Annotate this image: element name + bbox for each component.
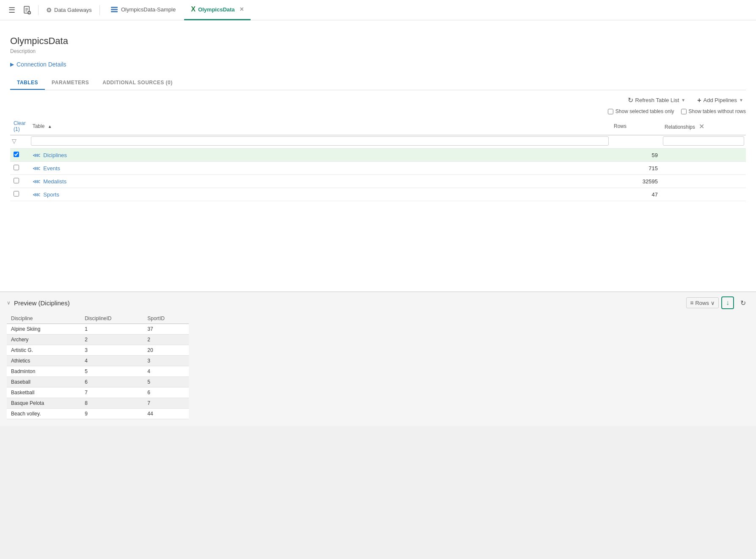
main-content: OlympicsData Description ▶ Connection De…	[0, 20, 756, 291]
row-rows-cell: 59	[610, 149, 661, 162]
separator	[38, 5, 39, 15]
preview-title-group: ∨ Preview (Diciplines)	[7, 299, 70, 307]
db-icon: ⋘	[33, 191, 40, 198]
row-checkbox-3[interactable]	[14, 191, 19, 196]
data-gateways-label: Data Gateways	[54, 7, 92, 13]
preview-col-sportid: SportID	[143, 313, 189, 324]
row-table-name-cell: ⋘ Diciplines	[29, 149, 610, 162]
preview-cell-0-2: 37	[143, 324, 189, 335]
tab-tables[interactable]: TABLES	[10, 76, 45, 90]
refresh-caret-icon: ▼	[681, 98, 685, 102]
topbar: ☰ ⚙ Data Gateways OlympicsData-Sample X …	[0, 0, 756, 20]
preview-row: Artistic G.320	[7, 345, 189, 356]
preview-col-discipline: Discipline	[7, 313, 80, 324]
refresh-icon: ↻	[628, 96, 633, 104]
row-relationships-cell	[661, 188, 746, 201]
tab-additional-sources[interactable]: ADDITIONAL SOURCES (0)	[96, 76, 179, 90]
preview-collapse-icon[interactable]: ∨	[7, 300, 11, 306]
refresh-table-list-label: Refresh Table List	[635, 97, 679, 103]
preview-cell-4-0: Badminton	[7, 366, 80, 377]
row-relationships-cell	[661, 149, 746, 162]
table-row: ⋘ Sports 47	[10, 188, 746, 201]
preview-cell-6-2: 6	[143, 387, 189, 398]
preview-header: ∨ Preview (Diciplines) ≡ Rows ∨ ↓ ↻	[0, 292, 756, 313]
clear-filter-button[interactable]: ✕	[696, 122, 707, 131]
preview-cell-8-0: Beach volley.	[7, 409, 80, 419]
download-button[interactable]: ↓	[721, 296, 734, 309]
filter-row: ▽	[10, 135, 746, 149]
preview-cell-1-2: 2	[143, 335, 189, 345]
new-document-icon[interactable]	[20, 3, 34, 17]
menu-icon[interactable]: ☰	[5, 3, 19, 17]
clear-selection-button[interactable]: Clear (1)	[14, 120, 26, 132]
table-name-link-2[interactable]: Medalists	[43, 178, 66, 185]
tab-olympics-sample[interactable]: OlympicsData-Sample	[104, 0, 182, 20]
filter-rel-cell	[661, 135, 746, 149]
db-icon: ⋘	[33, 152, 40, 158]
separator2	[99, 5, 100, 15]
rows-caret-icon: ∨	[711, 300, 715, 306]
tab-sample-label: OlympicsData-Sample	[121, 6, 176, 13]
preview-table-wrap: Discipline DisciplineID SportID Alpine S…	[0, 313, 756, 426]
filter-relationships-input[interactable]	[663, 136, 744, 146]
tab-parameters[interactable]: PARAMETERS	[45, 76, 96, 90]
preview-cell-3-1: 4	[80, 356, 143, 366]
connection-details-arrow: ▶	[10, 61, 14, 67]
row-checkbox-0[interactable]	[14, 152, 19, 157]
preview-cell-4-1: 5	[80, 366, 143, 377]
preview-row: Basketball76	[7, 387, 189, 398]
preview-cell-7-0: Basque Pelota	[7, 398, 80, 409]
excel-icon: X	[191, 6, 196, 13]
row-rows-cell: 32595	[610, 175, 661, 188]
rows-label: Rows	[695, 300, 709, 306]
show-selected-only-label[interactable]: Show selected tables only	[608, 108, 674, 114]
row-rows-cell: 715	[610, 162, 661, 175]
add-pipelines-button[interactable]: + Add Pipelines ▼	[695, 95, 746, 106]
filter-table-input[interactable]	[31, 136, 609, 146]
preview-row: Archery22	[7, 335, 189, 345]
show-without-rows-checkbox[interactable]	[681, 109, 687, 114]
gear-icon: ⚙	[46, 6, 52, 14]
preview-toolbar: ≡ Rows ∨ ↓ ↻	[686, 296, 749, 309]
connection-details-toggle[interactable]: ▶ Connection Details	[10, 61, 746, 68]
table-name-link-1[interactable]: Events	[43, 165, 60, 172]
preview-cell-1-1: 2	[80, 335, 143, 345]
table-name-link-0[interactable]: Diciplines	[43, 152, 67, 158]
preview-cell-7-1: 8	[80, 398, 143, 409]
table-row: ⋘ Diciplines 59	[10, 149, 746, 162]
preview-cell-5-0: Baseball	[7, 377, 80, 387]
tab-close-button[interactable]: ×	[240, 6, 244, 13]
table-name-link-3[interactable]: Sports	[43, 191, 59, 198]
preview-cell-0-1: 1	[80, 324, 143, 335]
filter-icon-cell: ▽	[10, 135, 29, 149]
tab-data-label: OlympicsData	[198, 6, 235, 13]
preview-cell-6-0: Basketball	[7, 387, 80, 398]
preview-cell-0-0: Alpine Skiing	[7, 324, 80, 335]
row-checkbox-1[interactable]	[14, 165, 19, 170]
row-checkbox-2[interactable]	[14, 178, 19, 183]
show-without-rows-label[interactable]: Show tables without rows	[681, 108, 746, 114]
row-checkbox-cell	[10, 188, 29, 201]
table-header-row: Clear (1) Table ▲ Rows Relationships ✕	[10, 118, 746, 135]
db-icon: ⋘	[33, 178, 40, 185]
filter-rows-cell	[610, 135, 661, 149]
table-toolbar: ↻ Refresh Table List ▼ + Add Pipelines ▼	[10, 90, 746, 108]
preview-cell-3-0: Athletics	[7, 356, 80, 366]
col-header-table[interactable]: Table ▲	[29, 118, 610, 135]
col-header-checkbox: Clear (1)	[10, 118, 29, 135]
preview-tbody: Alpine Skiing137Archery22Artistic G.320A…	[7, 324, 189, 419]
rows-dropdown-button[interactable]: ≡ Rows ∨	[686, 297, 719, 308]
preview-cell-4-2: 4	[143, 366, 189, 377]
refresh-preview-button[interactable]: ↻	[737, 296, 749, 309]
row-table-name-cell: ⋘ Events	[29, 162, 610, 175]
preview-cell-8-2: 44	[143, 409, 189, 419]
tables-tbody: ⋘ Diciplines 59 ⋘ Events 715 ⋘ Medalists	[10, 149, 746, 201]
preview-cell-3-2: 3	[143, 356, 189, 366]
table-row: ⋘ Events 715	[10, 162, 746, 175]
show-selected-only-checkbox[interactable]	[608, 109, 613, 114]
data-gateways-nav[interactable]: ⚙ Data Gateways	[43, 6, 95, 14]
refresh-table-list-button[interactable]: ↻ Refresh Table List ▼	[625, 94, 688, 106]
page-title: OlympicsData	[10, 36, 746, 47]
preview-section: ∨ Preview (Diciplines) ≡ Rows ∨ ↓ ↻ Disc…	[0, 291, 756, 426]
tab-olympics-data[interactable]: X OlympicsData ×	[184, 0, 251, 20]
